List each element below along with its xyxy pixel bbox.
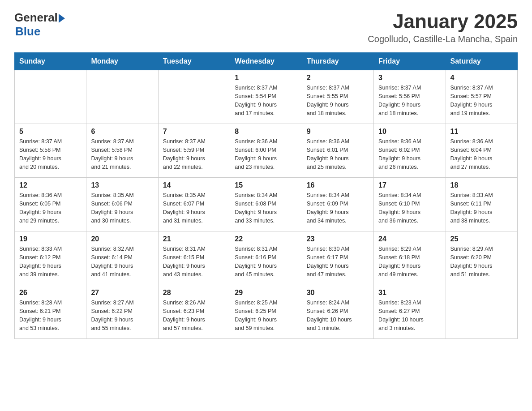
day-number: 1 <box>235 74 297 82</box>
calendar-cell <box>446 285 517 339</box>
day-number: 22 <box>235 235 297 243</box>
logo-arrow-icon <box>59 14 65 23</box>
calendar-cell: 15Sunrise: 8:34 AMSunset: 6:08 PMDayligh… <box>230 178 302 231</box>
day-number: 29 <box>235 289 297 297</box>
calendar-cell: 23Sunrise: 8:30 AMSunset: 6:17 PMDayligh… <box>302 231 373 285</box>
day-number: 12 <box>19 181 82 189</box>
day-number: 17 <box>378 181 441 189</box>
day-info: Sunrise: 8:37 AMSunset: 5:55 PMDaylight:… <box>307 84 369 117</box>
calendar-cell: 9Sunrise: 8:36 AMSunset: 6:01 PMDaylight… <box>302 124 373 178</box>
calendar-cell: 16Sunrise: 8:34 AMSunset: 6:09 PMDayligh… <box>302 178 373 231</box>
calendar-cell: 3Sunrise: 8:37 AMSunset: 5:56 PMDaylight… <box>374 70 446 124</box>
weekday-header-thursday: Thursday <box>302 53 373 70</box>
calendar-cell: 10Sunrise: 8:36 AMSunset: 6:02 PMDayligh… <box>374 124 446 178</box>
day-number: 11 <box>450 128 513 136</box>
logo: General Blue <box>14 11 65 39</box>
day-number: 24 <box>378 235 441 243</box>
calendar-cell: 29Sunrise: 8:25 AMSunset: 6:25 PMDayligh… <box>230 285 302 339</box>
day-info: Sunrise: 8:37 AMSunset: 5:56 PMDaylight:… <box>378 84 441 117</box>
calendar-subtitle: Cogolludo, Castille-La Mancha, Spain <box>368 34 518 44</box>
day-info: Sunrise: 8:30 AMSunset: 6:17 PMDaylight:… <box>307 245 369 278</box>
calendar-cell: 21Sunrise: 8:31 AMSunset: 6:15 PMDayligh… <box>158 231 230 285</box>
calendar-cell: 28Sunrise: 8:26 AMSunset: 6:23 PMDayligh… <box>158 285 230 339</box>
day-info: Sunrise: 8:37 AMSunset: 5:58 PMDaylight:… <box>19 137 82 171</box>
day-info: Sunrise: 8:37 AMSunset: 5:57 PMDaylight:… <box>450 84 513 117</box>
day-info: Sunrise: 8:34 AMSunset: 6:08 PMDaylight:… <box>235 191 297 225</box>
day-info: Sunrise: 8:24 AMSunset: 6:26 PMDaylight:… <box>307 299 369 332</box>
day-info: Sunrise: 8:27 AMSunset: 6:22 PMDaylight:… <box>91 299 153 332</box>
day-number: 18 <box>450 181 513 189</box>
day-number: 2 <box>307 74 369 82</box>
day-info: Sunrise: 8:37 AMSunset: 5:58 PMDaylight:… <box>91 137 153 171</box>
day-info: Sunrise: 8:34 AMSunset: 6:09 PMDaylight:… <box>307 191 369 225</box>
calendar-table: SundayMondayTuesdayWednesdayThursdayFrid… <box>14 52 518 339</box>
calendar-cell: 8Sunrise: 8:36 AMSunset: 6:00 PMDaylight… <box>230 124 302 178</box>
calendar-title: January 2025 <box>368 11 518 32</box>
calendar-cell: 31Sunrise: 8:23 AMSunset: 6:27 PMDayligh… <box>374 285 446 339</box>
day-info: Sunrise: 8:29 AMSunset: 6:18 PMDaylight:… <box>378 245 441 278</box>
calendar-week-4: 19Sunrise: 8:33 AMSunset: 6:12 PMDayligh… <box>15 231 518 285</box>
weekday-header-tuesday: Tuesday <box>158 53 230 70</box>
day-info: Sunrise: 8:31 AMSunset: 6:16 PMDaylight:… <box>235 245 297 278</box>
day-info: Sunrise: 8:37 AMSunset: 5:59 PMDaylight:… <box>163 137 225 171</box>
calendar-cell: 20Sunrise: 8:32 AMSunset: 6:14 PMDayligh… <box>86 231 158 285</box>
calendar-cell: 18Sunrise: 8:33 AMSunset: 6:11 PMDayligh… <box>446 178 517 231</box>
day-number: 27 <box>91 289 153 297</box>
calendar-week-2: 5Sunrise: 8:37 AMSunset: 5:58 PMDaylight… <box>15 124 518 178</box>
day-info: Sunrise: 8:35 AMSunset: 6:07 PMDaylight:… <box>163 191 225 225</box>
calendar-cell: 30Sunrise: 8:24 AMSunset: 6:26 PMDayligh… <box>302 285 373 339</box>
day-number: 26 <box>19 289 82 297</box>
calendar-week-1: 1Sunrise: 8:37 AMSunset: 5:54 PMDaylight… <box>15 70 518 124</box>
calendar-cell: 13Sunrise: 8:35 AMSunset: 6:06 PMDayligh… <box>86 178 158 231</box>
day-info: Sunrise: 8:23 AMSunset: 6:27 PMDaylight:… <box>378 299 441 332</box>
calendar-cell: 19Sunrise: 8:33 AMSunset: 6:12 PMDayligh… <box>15 231 86 285</box>
weekday-header-saturday: Saturday <box>446 53 517 70</box>
calendar-cell: 17Sunrise: 8:34 AMSunset: 6:10 PMDayligh… <box>374 178 446 231</box>
logo-blue: Blue <box>15 25 40 38</box>
day-number: 15 <box>235 181 297 189</box>
weekday-header-friday: Friday <box>374 53 446 70</box>
calendar-cell: 5Sunrise: 8:37 AMSunset: 5:58 PMDaylight… <box>15 124 86 178</box>
day-info: Sunrise: 8:29 AMSunset: 6:20 PMDaylight:… <box>450 245 513 278</box>
day-number: 14 <box>163 181 225 189</box>
calendar-cell <box>15 70 86 124</box>
day-info: Sunrise: 8:36 AMSunset: 6:04 PMDaylight:… <box>450 137 513 171</box>
day-info: Sunrise: 8:35 AMSunset: 6:06 PMDaylight:… <box>91 191 153 225</box>
day-info: Sunrise: 8:33 AMSunset: 6:12 PMDaylight:… <box>19 245 82 278</box>
calendar-cell <box>158 70 230 124</box>
weekday-header-row: SundayMondayTuesdayWednesdayThursdayFrid… <box>15 53 518 70</box>
day-info: Sunrise: 8:36 AMSunset: 6:05 PMDaylight:… <box>19 191 82 225</box>
day-number: 13 <box>91 181 153 189</box>
calendar-cell <box>86 70 158 124</box>
logo-general: General <box>14 11 58 25</box>
day-number: 16 <box>307 181 369 189</box>
calendar-cell: 22Sunrise: 8:31 AMSunset: 6:16 PMDayligh… <box>230 231 302 285</box>
calendar-cell: 1Sunrise: 8:37 AMSunset: 5:54 PMDaylight… <box>230 70 302 124</box>
page-header: General Blue January 2025 Cogolludo, Cas… <box>14 11 518 44</box>
calendar-cell: 4Sunrise: 8:37 AMSunset: 5:57 PMDaylight… <box>446 70 517 124</box>
day-number: 25 <box>450 235 513 243</box>
day-number: 7 <box>163 128 225 136</box>
calendar-cell: 14Sunrise: 8:35 AMSunset: 6:07 PMDayligh… <box>158 178 230 231</box>
day-number: 8 <box>235 128 297 136</box>
day-info: Sunrise: 8:28 AMSunset: 6:21 PMDaylight:… <box>19 299 82 332</box>
day-number: 19 <box>19 235 82 243</box>
day-info: Sunrise: 8:37 AMSunset: 5:54 PMDaylight:… <box>235 84 297 117</box>
calendar-cell: 12Sunrise: 8:36 AMSunset: 6:05 PMDayligh… <box>15 178 86 231</box>
day-info: Sunrise: 8:34 AMSunset: 6:10 PMDaylight:… <box>378 191 441 225</box>
weekday-header-wednesday: Wednesday <box>230 53 302 70</box>
calendar-week-5: 26Sunrise: 8:28 AMSunset: 6:21 PMDayligh… <box>15 285 518 339</box>
day-number: 9 <box>307 128 369 136</box>
day-info: Sunrise: 8:31 AMSunset: 6:15 PMDaylight:… <box>163 245 225 278</box>
day-info: Sunrise: 8:36 AMSunset: 6:00 PMDaylight:… <box>235 137 297 171</box>
calendar-cell: 24Sunrise: 8:29 AMSunset: 6:18 PMDayligh… <box>374 231 446 285</box>
calendar-cell: 26Sunrise: 8:28 AMSunset: 6:21 PMDayligh… <box>15 285 86 339</box>
weekday-header-monday: Monday <box>86 53 158 70</box>
day-info: Sunrise: 8:33 AMSunset: 6:11 PMDaylight:… <box>450 191 513 225</box>
day-number: 20 <box>91 235 153 243</box>
day-info: Sunrise: 8:25 AMSunset: 6:25 PMDaylight:… <box>235 299 297 332</box>
calendar-cell: 2Sunrise: 8:37 AMSunset: 5:55 PMDaylight… <box>302 70 373 124</box>
calendar-week-3: 12Sunrise: 8:36 AMSunset: 6:05 PMDayligh… <box>15 178 518 231</box>
day-info: Sunrise: 8:36 AMSunset: 6:01 PMDaylight:… <box>307 137 369 171</box>
calendar-cell: 27Sunrise: 8:27 AMSunset: 6:22 PMDayligh… <box>86 285 158 339</box>
